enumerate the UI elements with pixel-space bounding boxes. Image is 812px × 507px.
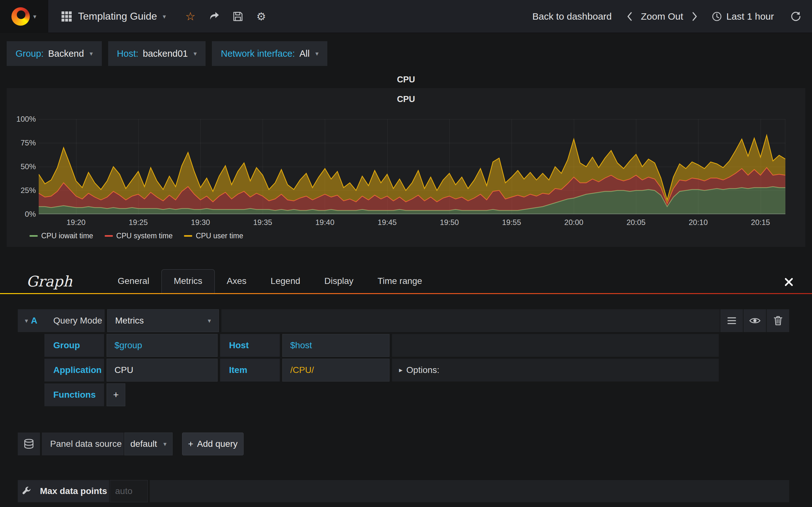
plus-icon: + [188, 439, 193, 449]
application-field-label: Application [44, 359, 104, 382]
row-indent [18, 383, 44, 406]
application-field-input[interactable]: CPU [107, 359, 217, 382]
group-field-value: $group [114, 340, 142, 350]
query-toggle-visibility-button[interactable] [744, 309, 766, 332]
chevron-down-icon: ▾ [25, 318, 28, 324]
query-collapse-toggle[interactable]: ▾ A [18, 309, 44, 332]
chevron-down-icon: ▾ [208, 318, 211, 324]
query-menu-button[interactable] [720, 309, 743, 332]
star-dashboard-button[interactable]: ☆ [179, 0, 202, 33]
query-mode-dropdown[interactable]: Metrics ▾ [107, 309, 219, 332]
functions-label: Functions [44, 383, 104, 406]
grafana-logo-menu[interactable]: ▾ [0, 0, 48, 33]
query-mode-label: Query Mode [44, 309, 105, 332]
chart-plot-area[interactable] [39, 119, 785, 214]
query-row-app-item: Application CPU Item /CPU/ ▸ Options: [18, 359, 789, 382]
x-tick-label: 19:50 [440, 218, 459, 227]
variable-value: All [299, 49, 310, 59]
tab-gradient-underline [0, 293, 812, 294]
wrench-icon [21, 487, 31, 496]
legend-label: CPU user time [196, 232, 243, 240]
refresh-icon[interactable] [791, 11, 801, 22]
x-tick-label: 20:05 [626, 218, 646, 227]
plus-icon: + [113, 389, 119, 400]
host-field-input[interactable]: $host [282, 334, 390, 357]
save-icon [233, 11, 243, 21]
tab-time-range[interactable]: Time range [365, 270, 434, 293]
panel-editor: Graph General Metrics Axes Legend Displa… [0, 263, 812, 502]
x-tick-label: 19:55 [502, 218, 521, 227]
add-function-button[interactable]: + [107, 383, 125, 406]
datasource-row: Panel data source default ▾ + Add query [18, 433, 789, 455]
legend-label: CPU system time [116, 232, 173, 240]
query-row-mode: ▾ A Query Mode Metrics ▾ [18, 309, 789, 332]
time-range-label: Last 1 hour [726, 11, 774, 22]
options-toggle[interactable]: ▸ Options: [392, 359, 719, 382]
options-label: Options: [406, 365, 439, 375]
tab-display[interactable]: Display [312, 270, 366, 293]
save-dashboard-button[interactable] [226, 0, 250, 33]
menu-icon [727, 317, 736, 324]
x-tick-label: 19:35 [253, 218, 272, 227]
legend-item-user[interactable]: CPU user time [184, 232, 243, 240]
variable-label: Network interface: [221, 49, 295, 59]
add-query-label: Add query [197, 439, 238, 449]
close-editor-button[interactable] [784, 277, 794, 287]
legend-item-iowait[interactable]: CPU iowait time [30, 232, 93, 240]
row-indent [18, 334, 44, 357]
tab-general[interactable]: General [106, 270, 161, 293]
chart-title: CPU [7, 95, 805, 104]
x-tick-label: 19:30 [191, 218, 210, 227]
zoom-out-button[interactable]: Zoom Out [641, 11, 683, 22]
wrench-icon-cell [18, 480, 35, 502]
query-row-filler [392, 334, 719, 357]
add-query-button[interactable]: + Add query [182, 433, 244, 455]
panel-header-title[interactable]: CPU [0, 72, 812, 87]
chevron-right-icon: ▸ [399, 366, 403, 374]
variable-group-dropdown[interactable]: Group: Backend ▾ [7, 41, 102, 66]
variable-netif-dropdown[interactable]: Network interface: All ▾ [212, 41, 327, 66]
max-data-points-input[interactable] [110, 480, 148, 502]
query-delete-button[interactable] [767, 309, 789, 332]
item-field-label: Item [220, 359, 280, 382]
panel-edit-tabs: General Metrics Axes Legend Display Time… [106, 269, 434, 293]
item-field-value: /CPU/ [290, 365, 314, 375]
dashboard-grid-icon [61, 11, 72, 22]
group-field-input[interactable]: $group [107, 334, 217, 357]
tab-metrics[interactable]: Metrics [161, 269, 215, 293]
chart-legend: CPU iowait time CPU system time CPU user… [30, 232, 243, 240]
cpu-chart-canvas[interactable] [39, 119, 785, 214]
application-field-value: CPU [114, 365, 133, 375]
back-to-dashboard-button[interactable]: Back to dashboard [532, 11, 612, 22]
database-icon [24, 439, 34, 449]
variable-host-dropdown[interactable]: Host: backend01 ▾ [108, 41, 206, 66]
item-field-input[interactable]: /CPU/ [282, 359, 390, 382]
star-icon: ☆ [185, 10, 195, 23]
host-field-value: $host [290, 340, 312, 350]
settings-button[interactable]: ⚙ [250, 0, 272, 33]
dashboard-title-menu[interactable]: Templating Guide ▾ [48, 0, 179, 33]
chevron-down-icon: ▾ [163, 441, 166, 447]
datasource-dropdown[interactable]: default ▾ [124, 433, 172, 455]
query-mode-value: Metrics [115, 316, 144, 326]
y-axis-labels: 0%25%50%75%100% [7, 119, 36, 214]
time-range-picker[interactable]: Last 1 hour [712, 11, 774, 22]
row-indent [18, 359, 44, 382]
x-tick-label: 20:00 [564, 218, 583, 227]
eye-icon [749, 317, 761, 325]
tab-axes[interactable]: Axes [215, 270, 258, 293]
chevron-left-icon[interactable] [626, 11, 633, 21]
chevron-down-icon: ▾ [315, 50, 318, 57]
y-tick-label: 50% [20, 162, 36, 171]
legend-swatch-user [184, 235, 192, 237]
legend-item-system[interactable]: CPU system time [105, 232, 173, 240]
share-dashboard-button[interactable] [202, 0, 226, 33]
chevron-down-icon: ▾ [163, 13, 166, 20]
variable-value: Backend [48, 49, 84, 59]
share-icon [209, 11, 219, 21]
datasource-value: default [131, 439, 157, 449]
gear-icon: ⚙ [256, 10, 266, 23]
tab-legend[interactable]: Legend [258, 270, 312, 293]
chevron-right-icon[interactable] [692, 11, 698, 21]
x-tick-label: 19:25 [129, 218, 148, 227]
